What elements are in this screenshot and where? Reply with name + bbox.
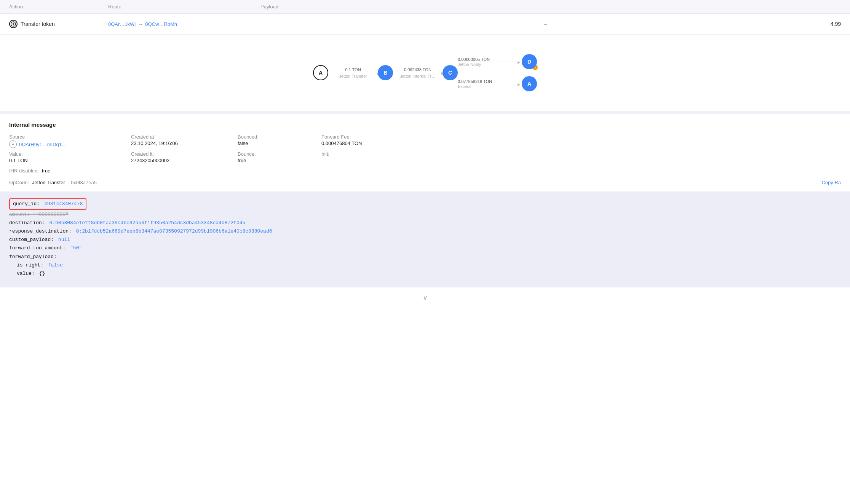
value-field: Value: 0.1 TON [9, 151, 131, 163]
created-lt-label: Created lt: [131, 151, 228, 157]
custom-payload-key: custom_payload: [9, 237, 54, 242]
fields-row-2: Value: 0.1 TON Created lt: 2724320500000… [0, 151, 850, 166]
ihr-disabled-value: true [42, 168, 50, 174]
opcode-left: OpCode: Jetton Transfer · 0x0f8a7ea5 [9, 180, 97, 185]
transfer-token-cell: Transfer token [9, 20, 108, 28]
opcode-value: Jetton Transfer [32, 180, 65, 185]
section-title: Internal message [0, 114, 850, 134]
amount-cell: 4.99 [831, 21, 841, 27]
flow-segment-2: 0.092438 TON ▶ Jetton Internal Tr… [393, 67, 443, 78]
code-section: query_id: 4981443407478 amount: "4990000… [0, 191, 850, 287]
ihr-disabled-label: IHR disabled: [9, 168, 39, 174]
is-right-key: is_right: [17, 262, 43, 268]
init-label: Init: [321, 151, 396, 157]
code-amount-line: amount: "4990000000" [9, 211, 841, 219]
route-header: Route [108, 4, 260, 10]
copy-raw-button[interactable]: Copy Ra [821, 178, 841, 187]
bounce-label: Bounce: [238, 151, 312, 157]
bounced-label: Bounced: [238, 134, 312, 140]
forward-fee-field: Forward Fee: 0.000476804 TON [321, 134, 405, 148]
response-dest-key: response_destination: [9, 228, 72, 234]
bottom-chevron-container[interactable]: ∨ [0, 287, 850, 308]
ihr-disabled-row: IHR disabled: true [0, 166, 850, 177]
bounced-field: Bounced: false [238, 134, 321, 148]
table-header: Action Route Payload [0, 0, 850, 14]
init-field: Init: - [321, 151, 405, 163]
branch2-connector: 0.077958318 TON ▶ Excess [458, 79, 519, 89]
flow-branches: 0.00000005 TON ▶ Jetton Notify D [458, 54, 537, 91]
forward-payload-key: forward_payload: [9, 254, 57, 260]
value-value: 0.1 TON [9, 158, 122, 163]
branch1-connector: 0.00000005 TON ▶ Jetton Notify [458, 57, 519, 67]
fields-row-1: Source A 0QArH9y1…mIDq1… Created at: 23.… [0, 134, 850, 151]
destination-value: 0:b0b8084e1eff8db0faa39c4bc92a56f1f9350a… [49, 220, 245, 226]
source-field: Source A 0QArH9y1…mIDq1… [9, 134, 131, 148]
chevron-down-icon[interactable]: ∨ [423, 293, 428, 302]
payload-cell: – [260, 21, 831, 27]
opcode-row: OpCode: Jetton Transfer · 0x0f8a7ea5 Cop… [0, 177, 850, 191]
branch1-label: Jetton Notify [458, 62, 481, 67]
branch2-amount: 0.077958318 TON [458, 79, 492, 84]
value-label: Value: [9, 151, 122, 157]
code-destination-line: destination: 0:b0b8084e1eff8db0faa39c4bc… [9, 219, 841, 227]
page-wrapper: Action Route Payload Transfer token 0QAr… [0, 0, 850, 504]
route-to-link[interactable]: 0QCw…RbMh [145, 21, 177, 27]
bounce-field: Bounce: true [238, 151, 321, 163]
flow-section: A 0.1 TON ▶ Jetton Transfer B 0.092438 T… [0, 35, 850, 111]
forward-ton-key: forward_ton_amount: [9, 245, 66, 251]
table-row: Transfer token 0QAr…1kWj → 0QCw…RbMh – 4… [0, 14, 850, 35]
code-value-line: value: {} [17, 270, 841, 278]
custom-payload-value: null [58, 237, 70, 242]
code-value-key: value: [17, 271, 35, 276]
branch-1: 0.00000005 TON ▶ Jetton Notify D [458, 54, 537, 69]
flow-node-d: D [522, 54, 537, 69]
opcode-label: OpCode: [9, 180, 29, 185]
source-value: A 0QArH9y1…mIDq1… [9, 140, 122, 148]
amount-key: amount: "4990000000" [9, 212, 69, 217]
query-id-key: query_id: [13, 201, 40, 207]
opcode-hex: · 0x0f8a7ea5 [68, 180, 97, 185]
route-arrow: → [138, 21, 143, 27]
code-is-right-line: is_right: false [17, 261, 841, 270]
created-lt-field: Created lt: 27243205000002 [131, 151, 238, 163]
bounced-value: false [238, 140, 312, 146]
code-value-val: {} [39, 271, 45, 276]
bounce-value: true [238, 158, 312, 163]
flow-node-d-wrapper: D ! [522, 54, 537, 69]
flow-node-c: C [443, 65, 458, 80]
internal-message-section: Internal message Source A 0QArH9y1…mIDq1… [0, 111, 850, 287]
code-forward-ton-line: forward_ton_amount: "50" [9, 244, 841, 252]
seg2-label: Jetton Internal Tr… [400, 74, 436, 78]
payload-header: Payload [260, 4, 841, 10]
route-cell: 0QAr…1kWj → 0QCw…RbMh [108, 21, 260, 27]
flow-node-b: B [378, 65, 393, 80]
flow-segment-1: 0.1 TON ▶ Jetton Transfer [328, 67, 378, 78]
branch-2: 0.077958318 TON ▶ Excess A [458, 76, 537, 91]
created-at-value: 23.10.2024, 19:16:06 [131, 140, 228, 146]
created-lt-value: 27243205000002 [131, 158, 228, 163]
branch1-amount: 0.00000005 TON [458, 57, 490, 62]
action-header: Action [9, 4, 108, 10]
forward-ton-value: "50" [70, 245, 82, 251]
code-query-id-line: query_id: 4981443407478 [9, 198, 841, 211]
source-label: Source [9, 134, 122, 140]
seg2-amount: 0.092438 TON [404, 67, 431, 72]
token-icon [9, 20, 18, 28]
flow-node-a2: A [522, 76, 537, 91]
created-at-label: Created at: [131, 134, 228, 140]
seg1-label: Jetton Transfer [339, 74, 367, 78]
seg1-amount: 0.1 TON [345, 67, 361, 72]
destination-key: destination: [9, 220, 45, 226]
branch2-label: Excess [458, 84, 471, 89]
source-address-link[interactable]: 0QArH9y1…mIDq1… [19, 142, 67, 147]
code-response-dest-line: response_destination: 0:2b1fdcb52a669d7e… [9, 227, 841, 236]
response-dest-value: 0:2b1fdcb52a669d7eeb8b3447ae873550927972… [76, 228, 272, 234]
transfer-token-label: Transfer token [21, 21, 55, 27]
query-id-highlighted: query_id: 4981443407478 [9, 198, 86, 210]
flow-diagram: A 0.1 TON ▶ Jetton Transfer B 0.092438 T… [313, 54, 537, 91]
code-forward-payload-line: forward_payload: [9, 253, 841, 261]
route-from-link[interactable]: 0QAr…1kWj [108, 21, 136, 27]
init-value: - [321, 158, 396, 163]
is-right-value: false [48, 262, 63, 268]
query-id-value: 4981443407478 [44, 201, 83, 207]
